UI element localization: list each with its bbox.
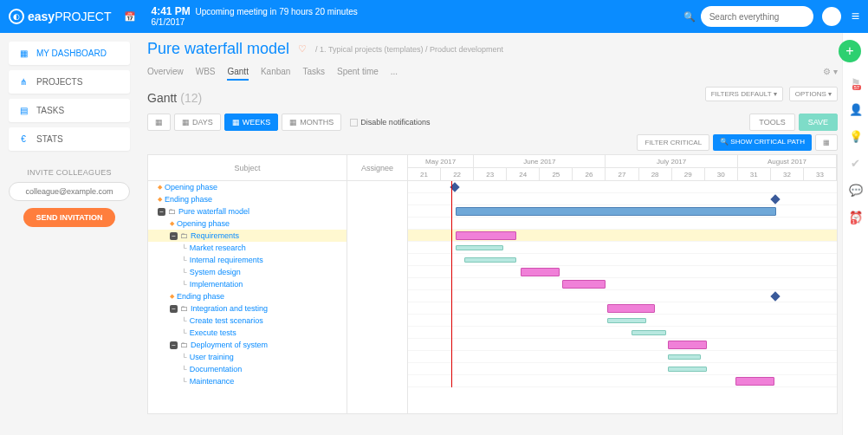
- tab-spent time[interactable]: Spent time: [337, 67, 379, 81]
- tree-row[interactable]: └ Market research: [148, 242, 347, 254]
- gantt-bar[interactable]: [632, 330, 666, 335]
- week-cell: 25: [540, 168, 573, 180]
- tab-tasks[interactable]: Tasks: [302, 67, 325, 81]
- calendar-icon[interactable]: 📅: [124, 11, 136, 23]
- tools-button[interactable]: TOOLS: [749, 114, 794, 131]
- week-cell: 33: [804, 168, 837, 180]
- gantt-bar[interactable]: [464, 257, 516, 263]
- tabs: OverviewWBSGanttKanbanTasksSpent time...…: [147, 67, 838, 81]
- right-rail: ⚑57 👤 💡 ✔ 💬 ⏰1: [842, 33, 868, 435]
- show-critical-path-button[interactable]: 🔍 SHOW CRITICAL PATH: [713, 134, 812, 151]
- tree-row[interactable]: └ User training: [148, 351, 347, 363]
- week-cell: 29: [672, 168, 705, 180]
- gear-icon[interactable]: ⚙ ▾: [823, 67, 838, 81]
- gantt-row: [408, 218, 837, 230]
- tree-row[interactable]: − 🗀 Requirements: [148, 230, 347, 242]
- tree-row[interactable]: ◆ Opening phase: [148, 218, 347, 230]
- chat-icon[interactable]: 💬: [849, 184, 863, 197]
- favorite-icon[interactable]: ♡: [298, 43, 307, 55]
- tree-row[interactable]: ◆ Ending phase: [148, 290, 347, 302]
- gantt-bar[interactable]: [607, 304, 655, 313]
- gantt-bar[interactable]: [456, 231, 516, 240]
- add-fab[interactable]: +: [839, 40, 861, 62]
- search-icon[interactable]: 🔍: [683, 11, 696, 23]
- main: Pure waterfall model ♡ / 1. Typical proj…: [139, 33, 868, 435]
- disable-notifications-checkbox[interactable]: Disable notifications: [350, 118, 430, 127]
- gantt-row: [408, 290, 837, 302]
- month-cell: May 2017: [408, 155, 474, 167]
- weeks-button[interactable]: ▦ WEEKS: [224, 114, 279, 131]
- filter-critical-button[interactable]: FILTER CRITICAL: [637, 134, 709, 151]
- flag-icon[interactable]: ⚑57: [851, 76, 861, 89]
- gantt-row: [408, 205, 837, 218]
- gantt-row: [408, 266, 837, 278]
- subject-header: Subject: [148, 155, 347, 181]
- logo-icon: ◐: [9, 9, 24, 24]
- nav-tasks[interactable]: ▤TASKS: [9, 99, 130, 122]
- gantt-row: [408, 193, 837, 205]
- gantt-bar[interactable]: [668, 341, 707, 349]
- week-cell: 24: [507, 168, 540, 180]
- gantt-row: [408, 242, 837, 254]
- gantt-bar[interactable]: [735, 377, 774, 386]
- invite-block: INVITE COLLEAGUES SEND INVITATION: [9, 168, 130, 227]
- tab-kanban[interactable]: Kanban: [261, 67, 290, 81]
- gantt-row: [408, 375, 837, 387]
- gantt-bar[interactable]: [562, 280, 606, 289]
- week-cell: 30: [705, 168, 738, 180]
- week-cell: 31: [738, 168, 771, 180]
- tree-row[interactable]: ◆ Ending phase: [148, 193, 347, 205]
- invite-email-input[interactable]: [9, 182, 130, 201]
- menu-icon[interactable]: ≡: [852, 9, 859, 24]
- gantt-bar[interactable]: [521, 268, 560, 276]
- tree-row[interactable]: ◆ Opening phase: [148, 181, 347, 193]
- gantt-bar[interactable]: [456, 207, 776, 216]
- extra-button[interactable]: ▦: [815, 134, 838, 151]
- options-pill[interactable]: OPTIONS ▾: [789, 87, 838, 101]
- search-input[interactable]: [701, 6, 813, 27]
- tree-row[interactable]: − 🗀 Deployment of system: [148, 339, 347, 351]
- tree-row[interactable]: └ Implementation: [148, 278, 347, 290]
- tree-row[interactable]: − 🗀 Integration and testing: [148, 302, 347, 315]
- clock-icon[interactable]: ⏰1: [849, 211, 863, 224]
- months-button[interactable]: ▦ MONTHS: [282, 114, 341, 131]
- time-block: 4:41 PM Upcoming meeting in 79 hours 20 …: [152, 5, 358, 28]
- assignee-header: Assignee: [347, 155, 407, 181]
- gantt-row: [408, 254, 837, 266]
- nav-stats[interactable]: €STATS: [9, 127, 130, 151]
- gantt-bar[interactable]: [668, 367, 707, 372]
- gantt-row: [408, 363, 837, 375]
- tab-...[interactable]: ...: [391, 67, 398, 81]
- logo[interactable]: ◐ easyPROJECT: [9, 9, 112, 24]
- tree-row[interactable]: └ Execute tests: [148, 327, 347, 339]
- breadcrumb[interactable]: / 1. Typical projects (templates) / Prod…: [315, 45, 503, 54]
- bulb-icon[interactable]: 💡: [849, 130, 863, 143]
- filters-pill[interactable]: FILTERS DEFAULT ▾: [705, 87, 783, 101]
- save-button[interactable]: SAVE: [799, 114, 838, 131]
- nav-projects[interactable]: ⋔PROJECTS: [9, 70, 130, 94]
- tree-row[interactable]: └ Documentation: [148, 363, 347, 375]
- tree-row[interactable]: └ Internal requirements: [148, 254, 347, 266]
- milestone[interactable]: [770, 194, 780, 204]
- user-icon[interactable]: 👤: [849, 103, 863, 116]
- tree-row[interactable]: └ System design: [148, 266, 347, 278]
- days-button[interactable]: ▦ DAYS: [174, 114, 221, 131]
- avatar[interactable]: [822, 7, 841, 26]
- gantt-bar[interactable]: [456, 245, 503, 250]
- gantt-bar[interactable]: [607, 318, 646, 323]
- tree-row[interactable]: └ Maintenance: [148, 375, 347, 387]
- gantt-bar[interactable]: [668, 354, 701, 360]
- nav-my-dashboard[interactable]: ▦MY DASHBOARD: [9, 42, 130, 65]
- send-invitation-button[interactable]: SEND INVITATION: [23, 208, 114, 227]
- month-cell: July 2017: [606, 155, 737, 167]
- tab-wbs[interactable]: WBS: [196, 67, 216, 81]
- check-icon[interactable]: ✔: [851, 157, 860, 170]
- tab-overview[interactable]: Overview: [147, 67, 184, 81]
- tree-row[interactable]: − 🗀 Pure waterfall model: [148, 205, 347, 218]
- tree-row[interactable]: └ Create test scenarios: [148, 315, 347, 327]
- topbar: ◐ easyPROJECT 📅 4:41 PM Upcoming meeting…: [0, 0, 868, 33]
- milestone[interactable]: [770, 291, 780, 301]
- toolbar: ▦ ▦ DAYS ▦ WEEKS ▦ MONTHS Disable notifi…: [147, 114, 838, 131]
- calendar-picker[interactable]: ▦: [147, 114, 171, 131]
- tab-gantt[interactable]: Gantt: [227, 67, 248, 81]
